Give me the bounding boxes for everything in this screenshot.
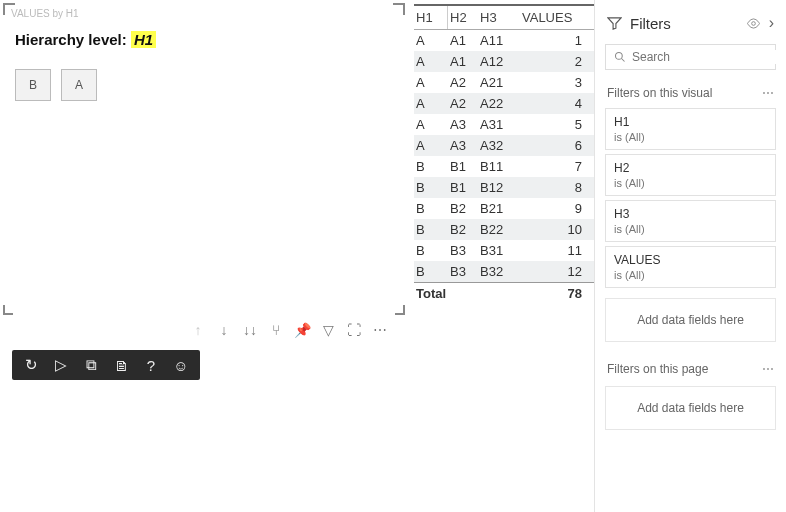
filter-field-name: VALUES [614, 253, 767, 267]
fork-icon[interactable]: ⑂ [268, 322, 284, 338]
table-row[interactable]: BB1B128 [414, 177, 594, 198]
cell-value: 7 [514, 156, 594, 177]
table-row[interactable]: AA2A224 [414, 93, 594, 114]
copy-icon[interactable]: ⧉ [82, 356, 100, 374]
col-header-values[interactable]: VALUES [514, 6, 594, 29]
slicer-button-b[interactable]: B [15, 69, 51, 101]
filter-field-state: is (All) [614, 269, 767, 281]
filters-on-visual-label: Filters on this visual [607, 86, 712, 100]
cell-h1: A [414, 51, 448, 72]
focus-mode-icon[interactable]: ⛶ [346, 322, 362, 338]
table-row[interactable]: BB3B3212 [414, 261, 594, 282]
cell-value: 2 [514, 51, 594, 72]
cell-h3: A22 [478, 93, 514, 114]
cell-h1: A [414, 93, 448, 114]
table-row[interactable]: AA1A122 [414, 51, 594, 72]
col-header-h1[interactable]: H1 [414, 6, 448, 29]
cell-h2: A2 [448, 93, 478, 114]
section-more-icon[interactable]: ⋯ [762, 362, 774, 376]
pin-icon[interactable]: 📌 [294, 322, 310, 338]
col-header-h3[interactable]: H3 [478, 6, 514, 29]
cell-value: 1 [514, 30, 594, 51]
cell-h2: B3 [448, 240, 478, 261]
cell-h1: B [414, 219, 448, 240]
cell-h3: A11 [478, 30, 514, 51]
cell-value: 8 [514, 177, 594, 198]
filter-field-state: is (All) [614, 177, 767, 189]
more-options-icon[interactable]: ⋯ [372, 322, 388, 338]
filter-card-h3[interactable]: H3is (All) [605, 200, 776, 242]
table-row[interactable]: AA2A213 [414, 72, 594, 93]
filters-title: Filters [630, 15, 738, 32]
drill-down-icon[interactable]: ↓ [216, 322, 232, 338]
cell-h2: A1 [448, 30, 478, 51]
table-row[interactable]: BB3B3111 [414, 240, 594, 261]
refresh-icon[interactable]: ↻ [22, 356, 40, 374]
filter-field-state: is (All) [614, 131, 767, 143]
hierarchy-level-value: H1 [131, 31, 156, 48]
filter-pane-icon [607, 16, 622, 31]
play-icon[interactable]: ▷ [52, 356, 70, 374]
cell-value: 4 [514, 93, 594, 114]
filters-search[interactable] [605, 44, 776, 70]
eye-icon[interactable] [746, 18, 761, 29]
smiley-icon[interactable]: ☺ [172, 357, 190, 374]
filter-card-h1[interactable]: H1is (All) [605, 108, 776, 150]
cell-h2: A3 [448, 135, 478, 156]
table-row[interactable]: AA3A315 [414, 114, 594, 135]
data-table: H1 H2 H3 VALUES AA1A111AA1A122AA2A213AA2… [414, 4, 594, 304]
slicer-button-a[interactable]: A [61, 69, 97, 101]
filter-card-h2[interactable]: H2is (All) [605, 154, 776, 196]
visual-toolbar: ↑↓↓↓⑂📌▽⛶⋯ [190, 322, 388, 338]
search-icon [614, 51, 626, 63]
table-row[interactable]: AA1A111 [414, 30, 594, 51]
cell-h2: B1 [448, 156, 478, 177]
filter-icon[interactable]: ▽ [320, 322, 336, 338]
cell-h1: B [414, 261, 448, 282]
help-icon[interactable]: ? [142, 357, 160, 374]
cell-h2: B3 [448, 261, 478, 282]
filter-field-name: H1 [614, 115, 767, 129]
filter-field-name: H2 [614, 161, 767, 175]
cell-value: 12 [514, 261, 594, 282]
section-more-icon[interactable]: ⋯ [762, 86, 774, 100]
filters-search-input[interactable] [632, 50, 782, 64]
visual-filter-drop-target[interactable]: Add data fields here [605, 298, 776, 342]
cell-h3: A31 [478, 114, 514, 135]
new-page-icon[interactable]: 🗎 [112, 357, 130, 374]
cell-value: 6 [514, 135, 594, 156]
table-row[interactable]: AA3A326 [414, 135, 594, 156]
cell-h3: A12 [478, 51, 514, 72]
cell-h1: A [414, 30, 448, 51]
cell-h1: B [414, 156, 448, 177]
cell-value: 5 [514, 114, 594, 135]
cell-h3: A32 [478, 135, 514, 156]
cell-h3: B31 [478, 240, 514, 261]
cell-h2: B1 [448, 177, 478, 198]
table-row[interactable]: BB2B2210 [414, 219, 594, 240]
collapse-pane-icon[interactable]: › [769, 14, 774, 32]
cell-h3: B11 [478, 156, 514, 177]
drill-up-icon: ↑ [190, 322, 206, 338]
cell-h2: A1 [448, 51, 478, 72]
filter-card-values[interactable]: VALUESis (All) [605, 246, 776, 288]
cell-value: 11 [514, 240, 594, 261]
cell-h2: A3 [448, 114, 478, 135]
table-row[interactable]: BB2B219 [414, 198, 594, 219]
hierarchy-level-label: Hierarchy level: [15, 31, 131, 48]
cell-h1: A [414, 72, 448, 93]
expand-down-icon[interactable]: ↓↓ [242, 322, 258, 338]
page-filter-drop-target[interactable]: Add data fields here [605, 386, 776, 430]
table-row[interactable]: BB1B117 [414, 156, 594, 177]
visual-container[interactable]: VALUES by H1 Hierarchy level: H1 BA [4, 4, 404, 314]
cell-value: 9 [514, 198, 594, 219]
cell-h1: A [414, 114, 448, 135]
visual-title: VALUES by H1 [11, 8, 79, 19]
col-header-h2[interactable]: H2 [448, 6, 478, 29]
filter-field-state: is (All) [614, 223, 767, 235]
cell-h3: B32 [478, 261, 514, 282]
cell-h1: B [414, 198, 448, 219]
svg-point-0 [751, 21, 755, 25]
cell-h1: B [414, 177, 448, 198]
svg-line-2 [622, 59, 625, 62]
